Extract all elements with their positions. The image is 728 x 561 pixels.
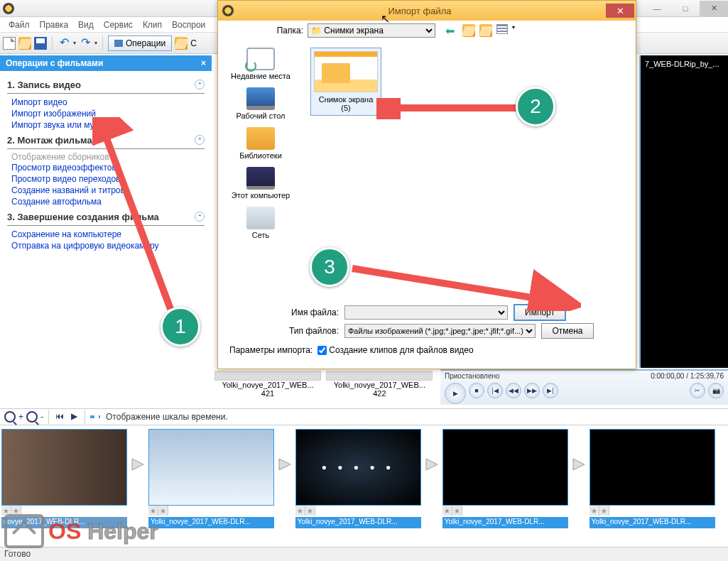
preview-clip-label: 7_WEB-DLRip_by_... xyxy=(645,60,719,68)
filetype-select[interactable]: Файлы изображений (*.jpg;*.jpeg;*.jpe;*.… xyxy=(344,324,536,338)
dialog-app-icon xyxy=(222,5,234,16)
forward-button[interactable]: ▶▶ xyxy=(524,383,540,398)
place-recent[interactable]: Недавние места xyxy=(231,48,290,80)
import-video-link[interactable]: Импорт видео xyxy=(7,97,205,108)
transition-slot[interactable] xyxy=(423,426,440,503)
cancel-button[interactable]: Отмена xyxy=(541,323,594,339)
arrow-3 xyxy=(347,261,581,311)
menu-edit[interactable]: Правка xyxy=(36,18,73,31)
menu-clip[interactable]: Клип xyxy=(138,18,166,31)
arrow-2 xyxy=(376,98,526,119)
storyboard-clip[interactable]: ★★ Yolki_novye_2017_WEB-DLR... xyxy=(148,429,274,528)
collections-icon[interactable] xyxy=(175,37,188,50)
collection-item[interactable]: Yolki_novye_2017_WEB... 421 xyxy=(214,371,321,398)
transition-slot[interactable] xyxy=(129,426,146,503)
create-clips-checkbox[interactable] xyxy=(317,346,327,355)
undo-icon[interactable]: ↶ xyxy=(58,37,70,50)
zoom-in-icon[interactable] xyxy=(4,411,16,423)
storyboard-clip[interactable]: ● ● ● ● ● ★★ Yolki_novye_2017_WEB-DLR... xyxy=(295,429,421,528)
file-item-selected[interactable]: Снимок экрана (5) xyxy=(310,48,381,116)
minimize-button[interactable]: — xyxy=(643,1,671,16)
open-project-icon[interactable] xyxy=(18,37,31,50)
up-icon[interactable] xyxy=(462,24,475,37)
cursor-icon: ↖ xyxy=(381,12,390,26)
split-button[interactable]: ✂ xyxy=(690,383,705,398)
import-params-label: Параметры импорта: xyxy=(229,345,313,355)
place-desktop[interactable]: Рабочий стол xyxy=(236,87,285,120)
new-project-icon[interactable] xyxy=(3,37,16,50)
play-button[interactable]: ▶ xyxy=(445,383,466,404)
transition-slot[interactable] xyxy=(276,426,293,503)
collection-area: Yolki_novye_2017_WEB... 421 Yolki_novye_… xyxy=(213,369,440,405)
place-network[interactable]: Сеть xyxy=(246,207,275,239)
oshelper-watermark: OS Helper xyxy=(4,514,158,548)
save-project-icon[interactable] xyxy=(34,37,47,50)
task-panel-close-icon[interactable]: × xyxy=(201,58,206,68)
operations-button[interactable]: Операции xyxy=(108,36,172,51)
snapshot-button[interactable]: 📷 xyxy=(708,383,724,398)
status-bar: Готово xyxy=(0,547,728,561)
player-controls: Приостановлено 0:00:00,00 / 1:25:39,76 ▶… xyxy=(440,369,728,405)
close-button[interactable]: ✕ xyxy=(700,1,728,16)
status-text: Готово xyxy=(4,549,31,559)
views-icon[interactable] xyxy=(496,24,508,34)
stop-button[interactable]: ■ xyxy=(469,383,484,398)
rewind-timeline-icon[interactable]: ⏮ xyxy=(54,411,65,423)
menu-tools[interactable]: Сервис xyxy=(99,18,137,31)
dialog-title: Импорт файла xyxy=(234,6,606,16)
play-timeline-icon[interactable]: ▶ xyxy=(68,411,80,423)
menu-play[interactable]: Воспрои xyxy=(168,18,210,31)
task-panel-title: Операции с фильмами xyxy=(6,58,103,68)
transition-slot[interactable] xyxy=(570,426,587,503)
callout-1: 1 xyxy=(161,307,200,347)
app-icon xyxy=(3,3,14,14)
menu-file[interactable]: Файл xyxy=(4,18,34,31)
redo-icon[interactable]: ↷ xyxy=(79,37,92,50)
callout-3: 3 xyxy=(310,247,349,287)
next-button[interactable]: ▶| xyxy=(543,383,558,398)
timeline-toolbar: + - ⏮ ▶ Отображение шкалы времени. xyxy=(0,408,728,425)
svg-line-0 xyxy=(102,127,170,309)
storyboard-clip[interactable]: ★★ Yolki_novye_2017_WEB-DLR... xyxy=(442,429,568,528)
chevron-up-icon[interactable]: ⌃ xyxy=(195,80,205,89)
task-panel-header: Операции с фильмами × xyxy=(0,55,212,71)
collection-item[interactable]: Yolki_novye_2017_WEB... 422 xyxy=(326,371,433,398)
player-time: 0:00:00,00 / 1:25:39,76 xyxy=(651,372,724,380)
menu-view[interactable]: Вид xyxy=(74,18,98,31)
places-bar: Недавние места Рабочий стол Библиотеки Э… xyxy=(218,40,303,296)
import-file-dialog: Импорт файла ✕ Папка: 📁 Снимки экрана ⬅ … xyxy=(217,0,636,369)
back-icon[interactable]: ⬅ xyxy=(445,24,458,37)
new-folder-icon[interactable] xyxy=(479,24,492,37)
filetype-label: Тип файлов: xyxy=(225,326,339,336)
timeline-view-label[interactable]: Отображение шкалы времени. xyxy=(106,412,228,422)
zoom-out-icon[interactable] xyxy=(26,411,38,423)
place-libraries[interactable]: Библиотеки xyxy=(239,127,282,160)
collections-letter: C xyxy=(190,38,197,48)
storyboard-clip[interactable]: ★★ Yolki_novye_2017_WEB-DLR... xyxy=(590,429,715,528)
player-status: Приостановлено xyxy=(445,372,500,380)
rewind-button[interactable]: ◀◀ xyxy=(506,383,521,398)
svg-line-2 xyxy=(352,268,571,304)
prev-button[interactable]: |◀ xyxy=(487,383,503,398)
storyboard-clip[interactable]: ★★ novye_2017_WEB-DLR... xyxy=(1,429,127,528)
callout-2: 2 xyxy=(516,87,555,126)
file-list[interactable]: Снимок экрана (5) ↖ xyxy=(303,40,636,296)
section-1-title[interactable]: 1. Запись видео⌃ xyxy=(7,80,205,90)
file-name: Снимок экрана (5) xyxy=(319,95,374,112)
dialog-close-button[interactable]: ✕ xyxy=(606,4,634,18)
file-thumbnail xyxy=(314,51,378,92)
preview-pane: 7_WEB-DLRip_by_... xyxy=(639,55,728,368)
create-clips-label: Создание клипов для файлов видео xyxy=(329,345,473,355)
timeline-view-icon[interactable] xyxy=(90,415,100,418)
operations-label: Операции xyxy=(126,38,165,48)
place-computer[interactable]: Этот компьютер xyxy=(232,167,290,200)
folder-label: Папка: xyxy=(225,26,303,36)
operations-icon xyxy=(114,40,123,47)
arrow-1 xyxy=(92,117,199,316)
dialog-title-bar[interactable]: Импорт файла ✕ xyxy=(218,1,636,21)
folder-select[interactable]: 📁 Снимки экрана xyxy=(308,23,435,38)
watermark-icon xyxy=(4,514,44,548)
maximize-button[interactable]: □ xyxy=(671,1,700,16)
filename-label: Имя файла: xyxy=(225,307,339,317)
